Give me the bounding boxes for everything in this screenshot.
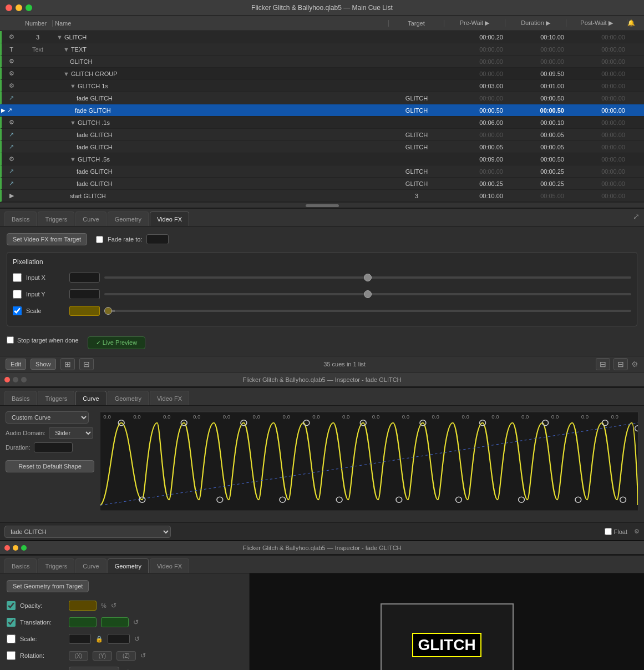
fade-rate-checkbox[interactable] xyxy=(96,236,103,243)
geo-tab-geometry[interactable]: Geometry xyxy=(108,558,149,573)
scale-value[interactable]: 1.000 xyxy=(69,306,100,316)
orientation-btn[interactable]: 3D orientation xyxy=(69,667,119,670)
input-y-slider[interactable] xyxy=(104,293,631,295)
minimize-dot[interactable] xyxy=(13,377,18,382)
curve-graph[interactable]: 0.0 0.0 0.0 0.0 0.0 0.0 0.0 0.0 0.0 0.0 … xyxy=(100,411,638,511)
geo-minimize-dot[interactable] xyxy=(13,545,18,551)
input-x-thumb[interactable] xyxy=(364,274,372,281)
table-row[interactable]: ⚙ 3 ▼GLITCH 00:00.20 00:10.00 00:00.00 xyxy=(0,31,644,43)
table-row[interactable]: ⚙ ▼GLITCH GROUP 00:00.00 00:09.50 00:00.… xyxy=(0,68,644,80)
view-split-btn[interactable]: ⊟ xyxy=(79,358,94,370)
window-controls[interactable] xyxy=(6,4,32,11)
settings-icon[interactable]: ⚙ xyxy=(634,528,640,535)
table-row[interactable]: ↗ fade GLITCH GLITCH 00:00.05 00:00.05 0… xyxy=(0,141,644,153)
stop-target-checkbox[interactable] xyxy=(7,336,14,344)
table-row[interactable]: ↗ fade GLITCH GLITCH 00:00.25 00:00.25 0… xyxy=(0,178,644,190)
duration-input[interactable]: 00:00.05 xyxy=(34,442,73,452)
maximize-button[interactable] xyxy=(26,4,32,11)
fade-rate-input[interactable]: 1 xyxy=(146,234,169,244)
translation-reset-icon[interactable]: ↺ xyxy=(133,618,139,626)
table-row[interactable]: ⚙ ▼GLITCH 1s 00:03.00 00:01.00 00:00.00 xyxy=(0,80,644,92)
audio-domain-select[interactable]: Slider xyxy=(49,427,93,439)
table-row[interactable]: ↗ fade GLITCH GLITCH 00:00.00 00:00.25 0… xyxy=(0,165,644,178)
gear-icon[interactable]: ⚙ xyxy=(631,360,638,369)
live-preview-btn[interactable]: ✓ Live Preview xyxy=(88,336,145,349)
set-geo-btn[interactable]: Set Geometry from Target xyxy=(7,580,89,592)
input-y-checkbox[interactable] xyxy=(13,290,22,299)
curve-tab-geometry[interactable]: Geometry xyxy=(108,391,149,405)
opacity-checkbox[interactable] xyxy=(7,601,16,610)
rotation-checkbox[interactable] xyxy=(7,651,16,660)
curve-tab-basics[interactable]: Basics xyxy=(4,391,37,405)
scale-geo-checkbox[interactable] xyxy=(7,634,16,643)
geo-tab-basics[interactable]: Basics xyxy=(4,558,37,573)
scale-x-input[interactable]: 1 xyxy=(69,634,91,644)
rotation-reset-icon[interactable]: ↺ xyxy=(140,652,146,659)
curve-type-select[interactable]: Custom Curve xyxy=(6,411,89,424)
geo-tab-curve[interactable]: Curve xyxy=(75,558,106,573)
cue-prewait: 00:03.00 xyxy=(444,83,505,89)
view-full-btn[interactable]: ⊟ xyxy=(596,358,610,370)
input-x-slider[interactable] xyxy=(104,276,631,279)
tab-basics[interactable]: Basics xyxy=(4,211,37,226)
opacity-reset-icon[interactable]: ↺ xyxy=(111,602,116,609)
geo-tab-video-fx[interactable]: Video FX xyxy=(150,558,189,573)
horizontal-scrollbar[interactable] xyxy=(0,203,644,208)
curve-inspector-titlebar: Flicker Glitch & Ballyhoo.qlab5 — Inspec… xyxy=(0,372,644,387)
table-row[interactable]: ⚙ ▼GLITCH .5s 00:09.00 00:00.50 00:00.00 xyxy=(0,153,644,165)
translation-y-input[interactable]: 0 xyxy=(101,617,129,627)
table-row[interactable]: ⚙ GLITCH 00:00.00 00:00.00 00:00.00 xyxy=(0,56,644,68)
scrollbar-thumb[interactable] xyxy=(306,204,339,207)
curve-tab-curve[interactable]: Curve xyxy=(75,391,106,405)
translation-label: Translation: xyxy=(20,619,64,626)
table-row[interactable]: ↗ fade GLITCH GLITCH 00:00.00 00:00.05 0… xyxy=(0,129,644,141)
float-label: Float xyxy=(614,528,627,535)
cue-prewait: 00:00.05 xyxy=(444,144,505,150)
reset-shape-btn[interactable]: Reset to Default Shape xyxy=(6,460,94,472)
geo-maximize-dot[interactable] xyxy=(21,545,27,551)
table-row[interactable]: ↗ fade GLITCH GLITCH 00:00.00 00:00.50 0… xyxy=(0,92,644,104)
table-row[interactable]: ⚙ ▼GLITCH .1s 00:06.00 00:00.10 00:00.00 xyxy=(0,117,644,129)
minimize-button[interactable] xyxy=(16,4,22,11)
curve-tab-triggers[interactable]: Triggers xyxy=(38,391,74,405)
table-row[interactable]: ▶ start GLITCH 3 00:10.00 00:05.00 00:00… xyxy=(0,190,644,202)
scale-slider[interactable] xyxy=(104,310,631,312)
close-dot[interactable] xyxy=(4,377,10,382)
tab-triggers[interactable]: Triggers xyxy=(38,211,74,226)
scale-y-input[interactable]: 1 xyxy=(108,634,130,644)
expand-icon[interactable]: ⤢ xyxy=(633,212,640,221)
lock-icon[interactable]: 🔒 xyxy=(95,636,103,643)
table-row[interactable]: ▶ ↗ fade GLITCH GLITCH 00:00.50 00:00.50… xyxy=(0,104,644,117)
scale-checkbox[interactable] xyxy=(13,306,22,315)
geo-preview-inner: GLITCH xyxy=(381,603,514,670)
geo-tab-triggers[interactable]: Triggers xyxy=(38,558,74,573)
view-panel-btn[interactable]: ⊟ xyxy=(613,358,628,370)
cue-name: fade GLITCH xyxy=(54,180,389,187)
input-y-value[interactable]: 0.500 xyxy=(69,289,100,299)
set-vfx-btn[interactable]: Set Video FX from Target xyxy=(7,233,87,245)
translation-x-input[interactable]: 0 xyxy=(69,617,97,627)
inspector-dots[interactable] xyxy=(4,377,27,382)
input-x-checkbox[interactable] xyxy=(13,273,22,282)
close-button[interactable] xyxy=(6,4,12,11)
show-button[interactable]: Show xyxy=(31,359,56,370)
tab-geometry[interactable]: Geometry xyxy=(108,211,149,226)
target-col-header: Target xyxy=(389,20,444,27)
input-x-value[interactable]: 0.500 xyxy=(69,273,100,283)
scale-thumb[interactable] xyxy=(104,307,112,315)
maximize-dot[interactable] xyxy=(21,377,27,382)
geo-inspector-dots[interactable] xyxy=(4,545,27,551)
view-grid-btn[interactable]: ⊞ xyxy=(60,358,75,370)
opacity-input[interactable]: 100 xyxy=(69,601,97,611)
table-row[interactable]: T Text ▼TEXT 00:00.00 00:00.00 00:00.00 xyxy=(0,43,644,56)
tab-curve[interactable]: Curve xyxy=(75,211,106,226)
float-checkbox[interactable] xyxy=(605,528,612,535)
edit-button[interactable]: Edit xyxy=(6,359,26,370)
translation-checkbox[interactable] xyxy=(7,618,16,627)
curve-tab-video-fx[interactable]: Video FX xyxy=(150,391,189,405)
input-y-thumb[interactable] xyxy=(364,290,372,298)
tab-video-fx[interactable]: Video FX xyxy=(150,211,189,226)
geo-close-dot[interactable] xyxy=(4,545,10,551)
scale-reset-icon[interactable]: ↺ xyxy=(134,635,140,643)
fade-name-select[interactable]: fade GLITCH xyxy=(4,526,171,538)
